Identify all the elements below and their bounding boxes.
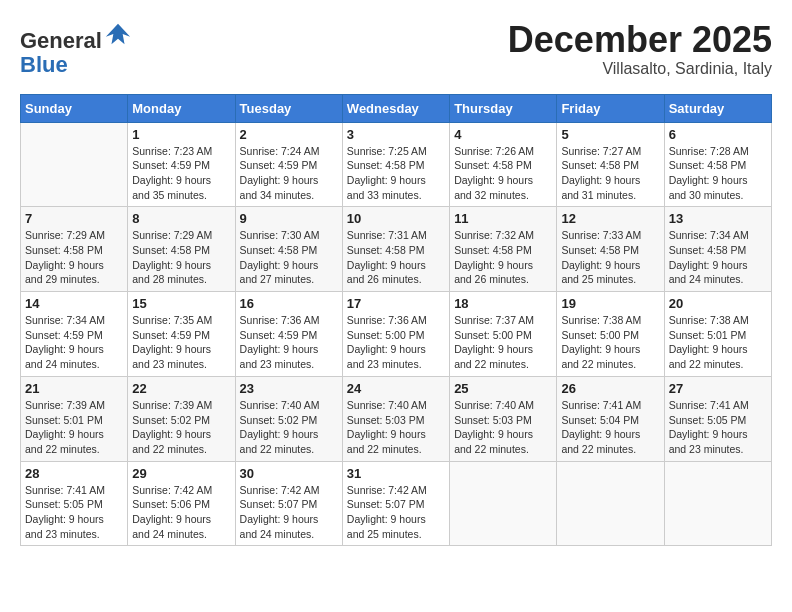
- svg-marker-0: [106, 24, 130, 45]
- location-title: Villasalto, Sardinia, Italy: [508, 60, 772, 78]
- day-number: 21: [25, 381, 123, 396]
- day-info: Sunrise: 7:38 AM Sunset: 5:00 PM Dayligh…: [561, 313, 659, 372]
- day-info: Sunrise: 7:23 AM Sunset: 4:59 PM Dayligh…: [132, 144, 230, 203]
- day-number: 2: [240, 127, 338, 142]
- calendar-cell: 3Sunrise: 7:25 AM Sunset: 4:58 PM Daylig…: [342, 122, 449, 207]
- weekday-header-friday: Friday: [557, 94, 664, 122]
- day-number: 14: [25, 296, 123, 311]
- day-number: 22: [132, 381, 230, 396]
- calendar-cell: 20Sunrise: 7:38 AM Sunset: 5:01 PM Dayli…: [664, 292, 771, 377]
- calendar-cell: 10Sunrise: 7:31 AM Sunset: 4:58 PM Dayli…: [342, 207, 449, 292]
- day-info: Sunrise: 7:41 AM Sunset: 5:04 PM Dayligh…: [561, 398, 659, 457]
- calendar-cell: 9Sunrise: 7:30 AM Sunset: 4:58 PM Daylig…: [235, 207, 342, 292]
- day-number: 4: [454, 127, 552, 142]
- day-number: 30: [240, 466, 338, 481]
- calendar-cell: 8Sunrise: 7:29 AM Sunset: 4:58 PM Daylig…: [128, 207, 235, 292]
- day-info: Sunrise: 7:42 AM Sunset: 5:07 PM Dayligh…: [347, 483, 445, 542]
- calendar-cell: 27Sunrise: 7:41 AM Sunset: 5:05 PM Dayli…: [664, 376, 771, 461]
- day-number: 29: [132, 466, 230, 481]
- weekday-header-saturday: Saturday: [664, 94, 771, 122]
- day-info: Sunrise: 7:27 AM Sunset: 4:58 PM Dayligh…: [561, 144, 659, 203]
- calendar-cell: 19Sunrise: 7:38 AM Sunset: 5:00 PM Dayli…: [557, 292, 664, 377]
- calendar-cell: 14Sunrise: 7:34 AM Sunset: 4:59 PM Dayli…: [21, 292, 128, 377]
- day-info: Sunrise: 7:40 AM Sunset: 5:02 PM Dayligh…: [240, 398, 338, 457]
- weekday-header-thursday: Thursday: [450, 94, 557, 122]
- calendar-cell: [664, 461, 771, 546]
- day-info: Sunrise: 7:42 AM Sunset: 5:06 PM Dayligh…: [132, 483, 230, 542]
- calendar-cell: 12Sunrise: 7:33 AM Sunset: 4:58 PM Dayli…: [557, 207, 664, 292]
- calendar-week-4: 21Sunrise: 7:39 AM Sunset: 5:01 PM Dayli…: [21, 376, 772, 461]
- calendar-table: SundayMondayTuesdayWednesdayThursdayFrid…: [20, 94, 772, 547]
- calendar-week-2: 7Sunrise: 7:29 AM Sunset: 4:58 PM Daylig…: [21, 207, 772, 292]
- calendar-cell: 18Sunrise: 7:37 AM Sunset: 5:00 PM Dayli…: [450, 292, 557, 377]
- day-number: 28: [25, 466, 123, 481]
- calendar-week-5: 28Sunrise: 7:41 AM Sunset: 5:05 PM Dayli…: [21, 461, 772, 546]
- title-section: December 2025 Villasalto, Sardinia, Ital…: [508, 20, 772, 78]
- day-number: 12: [561, 211, 659, 226]
- logo-blue: Blue: [20, 52, 68, 77]
- day-number: 9: [240, 211, 338, 226]
- day-info: Sunrise: 7:39 AM Sunset: 5:02 PM Dayligh…: [132, 398, 230, 457]
- day-number: 16: [240, 296, 338, 311]
- calendar-cell: 22Sunrise: 7:39 AM Sunset: 5:02 PM Dayli…: [128, 376, 235, 461]
- logo-bird-icon: [104, 20, 132, 48]
- calendar-week-1: 1Sunrise: 7:23 AM Sunset: 4:59 PM Daylig…: [21, 122, 772, 207]
- day-info: Sunrise: 7:25 AM Sunset: 4:58 PM Dayligh…: [347, 144, 445, 203]
- day-info: Sunrise: 7:33 AM Sunset: 4:58 PM Dayligh…: [561, 228, 659, 287]
- day-number: 31: [347, 466, 445, 481]
- logo-general: General: [20, 28, 102, 53]
- page-header: General Blue December 2025 Villasalto, S…: [20, 20, 772, 78]
- calendar-cell: 23Sunrise: 7:40 AM Sunset: 5:02 PM Dayli…: [235, 376, 342, 461]
- weekday-header-sunday: Sunday: [21, 94, 128, 122]
- day-info: Sunrise: 7:38 AM Sunset: 5:01 PM Dayligh…: [669, 313, 767, 372]
- day-number: 1: [132, 127, 230, 142]
- calendar-cell: 13Sunrise: 7:34 AM Sunset: 4:58 PM Dayli…: [664, 207, 771, 292]
- day-info: Sunrise: 7:41 AM Sunset: 5:05 PM Dayligh…: [669, 398, 767, 457]
- day-info: Sunrise: 7:41 AM Sunset: 5:05 PM Dayligh…: [25, 483, 123, 542]
- day-info: Sunrise: 7:29 AM Sunset: 4:58 PM Dayligh…: [25, 228, 123, 287]
- day-number: 15: [132, 296, 230, 311]
- day-info: Sunrise: 7:28 AM Sunset: 4:58 PM Dayligh…: [669, 144, 767, 203]
- day-number: 8: [132, 211, 230, 226]
- day-info: Sunrise: 7:37 AM Sunset: 5:00 PM Dayligh…: [454, 313, 552, 372]
- calendar-cell: 11Sunrise: 7:32 AM Sunset: 4:58 PM Dayli…: [450, 207, 557, 292]
- calendar-cell: 6Sunrise: 7:28 AM Sunset: 4:58 PM Daylig…: [664, 122, 771, 207]
- day-info: Sunrise: 7:36 AM Sunset: 5:00 PM Dayligh…: [347, 313, 445, 372]
- weekday-header-wednesday: Wednesday: [342, 94, 449, 122]
- calendar-cell: 5Sunrise: 7:27 AM Sunset: 4:58 PM Daylig…: [557, 122, 664, 207]
- day-info: Sunrise: 7:40 AM Sunset: 5:03 PM Dayligh…: [454, 398, 552, 457]
- day-number: 3: [347, 127, 445, 142]
- day-number: 10: [347, 211, 445, 226]
- calendar-cell: 25Sunrise: 7:40 AM Sunset: 5:03 PM Dayli…: [450, 376, 557, 461]
- calendar-cell: 21Sunrise: 7:39 AM Sunset: 5:01 PM Dayli…: [21, 376, 128, 461]
- day-number: 7: [25, 211, 123, 226]
- day-number: 27: [669, 381, 767, 396]
- day-info: Sunrise: 7:34 AM Sunset: 4:58 PM Dayligh…: [669, 228, 767, 287]
- calendar-cell: 26Sunrise: 7:41 AM Sunset: 5:04 PM Dayli…: [557, 376, 664, 461]
- calendar-cell: 28Sunrise: 7:41 AM Sunset: 5:05 PM Dayli…: [21, 461, 128, 546]
- calendar-cell: 17Sunrise: 7:36 AM Sunset: 5:00 PM Dayli…: [342, 292, 449, 377]
- day-info: Sunrise: 7:26 AM Sunset: 4:58 PM Dayligh…: [454, 144, 552, 203]
- calendar-cell: 1Sunrise: 7:23 AM Sunset: 4:59 PM Daylig…: [128, 122, 235, 207]
- day-number: 6: [669, 127, 767, 142]
- day-number: 11: [454, 211, 552, 226]
- calendar-cell: [21, 122, 128, 207]
- day-info: Sunrise: 7:42 AM Sunset: 5:07 PM Dayligh…: [240, 483, 338, 542]
- day-number: 19: [561, 296, 659, 311]
- day-info: Sunrise: 7:29 AM Sunset: 4:58 PM Dayligh…: [132, 228, 230, 287]
- day-number: 24: [347, 381, 445, 396]
- calendar-cell: 24Sunrise: 7:40 AM Sunset: 5:03 PM Dayli…: [342, 376, 449, 461]
- day-number: 25: [454, 381, 552, 396]
- day-info: Sunrise: 7:30 AM Sunset: 4:58 PM Dayligh…: [240, 228, 338, 287]
- day-info: Sunrise: 7:36 AM Sunset: 4:59 PM Dayligh…: [240, 313, 338, 372]
- day-info: Sunrise: 7:39 AM Sunset: 5:01 PM Dayligh…: [25, 398, 123, 457]
- calendar-cell: 7Sunrise: 7:29 AM Sunset: 4:58 PM Daylig…: [21, 207, 128, 292]
- day-number: 5: [561, 127, 659, 142]
- day-info: Sunrise: 7:32 AM Sunset: 4:58 PM Dayligh…: [454, 228, 552, 287]
- logo: General Blue: [20, 20, 132, 77]
- calendar-body: 1Sunrise: 7:23 AM Sunset: 4:59 PM Daylig…: [21, 122, 772, 546]
- weekday-header-monday: Monday: [128, 94, 235, 122]
- day-number: 23: [240, 381, 338, 396]
- calendar-cell: [557, 461, 664, 546]
- calendar-cell: 29Sunrise: 7:42 AM Sunset: 5:06 PM Dayli…: [128, 461, 235, 546]
